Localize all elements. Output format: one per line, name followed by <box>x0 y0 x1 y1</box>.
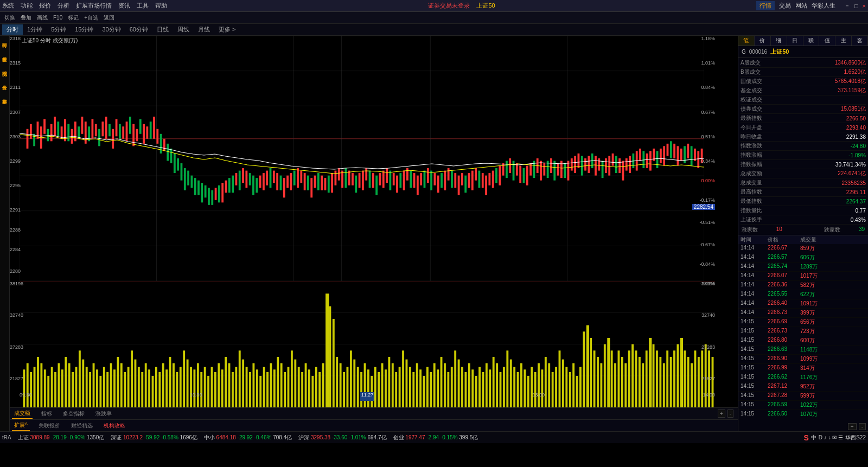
btn-trade[interactable]: 交易 <box>779 2 791 10</box>
scroll-minus[interactable]: - <box>727 410 733 418</box>
svg-rect-200 <box>660 149 662 163</box>
svg-rect-165 <box>540 161 542 181</box>
main-layout: 分时图 技术分析 成交明细 分价表 基本资料 上证50 分时 成交额(万) 22… <box>0 36 868 431</box>
tab-weekly[interactable]: 周线 <box>173 24 194 35</box>
tab-longshort[interactable]: 多空指标 <box>61 409 87 419</box>
sidebar-basic[interactable]: 基本资料 <box>1 94 8 97</box>
svg-rect-153 <box>499 166 501 185</box>
svg-rect-207 <box>684 146 686 163</box>
status-szzz: 深证 10223.2 -59.92 -0.58% 1696亿 <box>111 434 197 442</box>
svg-rect-56 <box>167 144 169 161</box>
tab-volume-amount[interactable]: 成交额 <box>12 408 33 419</box>
menu-tools[interactable]: 工具 <box>137 2 149 10</box>
svg-rect-299 <box>246 367 248 408</box>
svg-rect-129 <box>417 176 419 195</box>
sidebar-price[interactable]: 分价表 <box>1 80 8 82</box>
btn-hq[interactable]: 行情 <box>756 1 775 10</box>
menu-market[interactable]: 扩展市场行情 <box>76 2 112 10</box>
svg-rect-142 <box>461 173 463 185</box>
svg-rect-37 <box>101 121 104 136</box>
rat-set[interactable]: 套 <box>852 36 868 46</box>
svg-rect-26 <box>64 119 66 142</box>
svg-rect-370 <box>503 367 505 408</box>
svg-rect-247 <box>75 367 78 408</box>
svg-rect-52 <box>153 117 155 139</box>
svg-rect-111 <box>355 176 357 193</box>
rat-daily[interactable]: 日 <box>787 36 803 46</box>
tab-finance[interactable]: 财经精选 <box>69 421 95 431</box>
svg-rect-140 <box>454 173 456 188</box>
tab-60min[interactable]: 60分钟 <box>125 24 152 35</box>
scroll-up-btn[interactable]: + <box>848 423 857 430</box>
btn-minimize[interactable]: － <box>844 2 850 10</box>
rat-pen[interactable]: 笔 <box>738 36 755 46</box>
volume-chart: 38196 32740 27283 21827 <box>20 281 715 407</box>
svg-rect-202 <box>667 144 669 156</box>
svg-rect-36 <box>98 129 100 146</box>
scroll-plus[interactable]: + <box>718 410 725 418</box>
tab-more[interactable]: 更多 > <box>214 24 240 35</box>
svg-rect-117 <box>375 176 378 195</box>
menu-function[interactable]: 功能 <box>21 2 33 10</box>
svg-rect-77 <box>239 171 241 190</box>
tab-related[interactable]: 关联报价 <box>36 421 62 431</box>
scroll-down-btn[interactable]: - <box>859 423 866 430</box>
btn-back[interactable]: 返回 <box>101 14 117 22</box>
rat-detail[interactable]: 细 <box>771 36 787 46</box>
btn-mark[interactable]: 标记 <box>66 14 81 22</box>
menu-quote[interactable]: 报价 <box>39 2 51 10</box>
ud-row: 涨家数 10 跌家数 39 <box>738 225 868 235</box>
tab-expand[interactable]: 扩展^ <box>12 420 30 431</box>
svg-rect-44 <box>126 121 128 141</box>
btn-overlay[interactable]: 叠加 <box>18 14 34 22</box>
tab-changerate[interactable]: 涨跌率 <box>93 409 114 419</box>
svg-rect-355 <box>451 367 453 408</box>
btn-draw[interactable]: 画线 <box>35 14 50 22</box>
menu-news[interactable]: 资讯 <box>118 2 130 10</box>
tab-5min[interactable]: 5分钟 <box>47 24 71 35</box>
svg-rect-176 <box>578 153 580 168</box>
svg-rect-277 <box>180 367 182 408</box>
market-data: A股成交 1346.8600亿 B股成交 1.6520亿 国债成交 5765.4… <box>738 58 868 225</box>
svg-rect-265 <box>138 367 140 408</box>
sidebar-technical[interactable]: 技术分析 <box>1 52 8 54</box>
btn-maximize[interactable]: □ <box>854 3 858 9</box>
tab-monthly[interactable]: 月线 <box>194 24 214 35</box>
menu-analysis[interactable]: 分析 <box>58 2 69 10</box>
svg-rect-87 <box>273 171 275 183</box>
btn-f10[interactable]: F10 <box>51 14 65 21</box>
index-header: G 000016 上证50 <box>738 46 868 58</box>
svg-rect-81 <box>252 176 254 195</box>
btn-website[interactable]: 网站 <box>795 2 807 10</box>
tab-indicator[interactable]: 指标 <box>39 409 54 419</box>
tab-15min[interactable]: 15分钟 <box>71 24 98 35</box>
svg-rect-258 <box>113 369 116 407</box>
tab-1min[interactable]: 1分钟 <box>23 24 47 35</box>
tab-30min[interactable]: 30分钟 <box>98 24 125 35</box>
svg-rect-67 <box>205 185 207 198</box>
sidebar-fenshi[interactable]: 分时图 <box>1 38 8 40</box>
trade-row: 14:15 2266.69 656万 <box>738 318 868 327</box>
svg-rect-251 <box>89 372 91 407</box>
tab-fenshitime[interactable]: 分时 <box>2 24 23 35</box>
tab-strategy[interactable]: 机构攻略 <box>101 421 127 431</box>
svg-rect-201 <box>663 146 665 165</box>
btn-switch[interactable]: 切换 <box>2 14 17 22</box>
sidebar-trades[interactable]: 成交明细 <box>1 66 8 68</box>
svg-rect-378 <box>531 367 533 408</box>
rat-value[interactable]: 值 <box>819 36 835 46</box>
svg-rect-24 <box>57 121 59 136</box>
btn-close[interactable]: × <box>863 3 866 9</box>
rat-price[interactable]: 价 <box>755 36 771 46</box>
tab-daily[interactable]: 日线 <box>152 24 173 35</box>
menu-system[interactable]: 系统 <box>2 2 14 10</box>
rat-related[interactable]: 联 <box>803 36 820 46</box>
btn-huacai[interactable]: 华彩人生 <box>812 2 835 10</box>
svg-rect-196 <box>646 153 648 168</box>
svg-rect-186 <box>612 153 614 166</box>
menu-help[interactable]: 帮助 <box>155 2 167 10</box>
btn-watchlist[interactable]: +自选 <box>82 14 100 22</box>
rat-main[interactable]: 主 <box>835 36 852 46</box>
svg-rect-25 <box>61 126 63 139</box>
svg-rect-135 <box>437 176 439 193</box>
